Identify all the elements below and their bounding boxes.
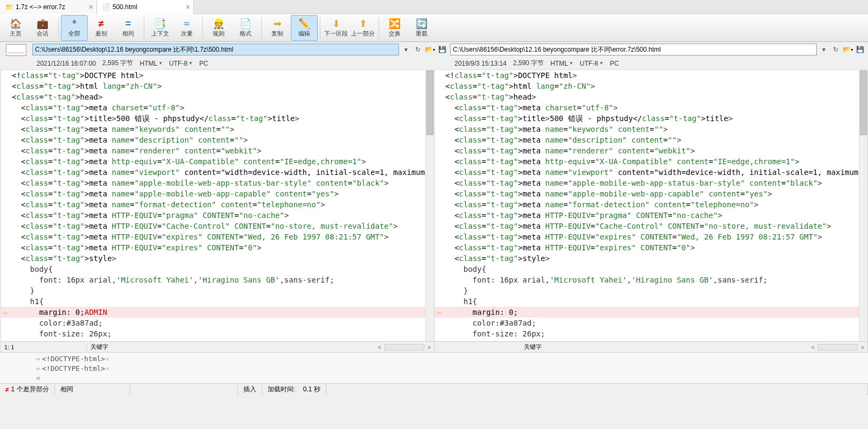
code-line[interactable]: <class="t-tag">meta HTTP-EQUIV="expires"… bbox=[435, 242, 867, 253]
history-icon[interactable]: ↻ bbox=[831, 45, 841, 54]
scroll-right-icon[interactable]: > bbox=[859, 344, 866, 350]
code-line[interactable]: <class="t-tag">meta name="renderer" cont… bbox=[1, 145, 434, 156]
code-line[interactable]: <!class="t-tag">DOCTYPE html> bbox=[435, 70, 867, 81]
code-line[interactable]: <class="t-tag">meta name="description" c… bbox=[1, 135, 434, 145]
code-line[interactable]: body{ bbox=[1, 264, 434, 275]
save-icon[interactable]: 💾 bbox=[855, 45, 865, 54]
vertical-scrollbar[interactable] bbox=[859, 70, 867, 341]
context-button[interactable]: 📑上下文 bbox=[146, 15, 173, 41]
code-line[interactable]: font-size: 26px; bbox=[435, 328, 867, 339]
code-line[interactable]: <class="t-tag">html lang="zh-CN"> bbox=[1, 81, 434, 92]
scroll-right-icon[interactable]: > bbox=[425, 344, 433, 350]
scroll-left-icon[interactable]: < bbox=[34, 374, 42, 382]
browse-folder-button[interactable]: 📂▾ bbox=[843, 46, 853, 53]
code-line[interactable]: color:#3a87ad; bbox=[1, 318, 434, 328]
code-line[interactable]: <class="t-tag">meta HTTP-EQUIV="pragma" … bbox=[1, 210, 434, 221]
code-line[interactable]: <class="t-tag">meta name="description" c… bbox=[435, 135, 867, 145]
code-line[interactable]: <class="t-tag">style> bbox=[1, 253, 434, 264]
history-icon[interactable]: ↻ bbox=[413, 45, 423, 54]
encoding-dropdown[interactable]: UTF-8▼ bbox=[169, 60, 193, 67]
code-line[interactable]: <class="t-tag">meta name="apple-mobile-w… bbox=[435, 188, 867, 199]
all-button[interactable]: *全部 bbox=[61, 15, 88, 41]
horizontal-scrollbar[interactable]: < > bbox=[375, 344, 434, 350]
code-line[interactable]: font: 16px arial,'Microsoft Yahei','Hira… bbox=[1, 275, 434, 285]
code-line[interactable]: <class="t-tag">meta name="keywords" cont… bbox=[435, 124, 867, 135]
thumbnail[interactable] bbox=[6, 44, 26, 56]
tab-file[interactable]: 📄 500.html × bbox=[97, 0, 194, 14]
code-line[interactable]: <class="t-tag">title>500 错误 - phpstudy</… bbox=[1, 113, 434, 124]
code-line[interactable]: <class="t-tag">meta name="apple-mobile-w… bbox=[435, 178, 867, 188]
code-line[interactable]: <class="t-tag">meta name="viewport" cont… bbox=[1, 167, 434, 178]
code-line[interactable]: <class="t-tag">meta HTTP-EQUIV="expires"… bbox=[1, 231, 434, 242]
session-button[interactable]: 💼会话 bbox=[29, 15, 56, 41]
close-icon[interactable]: × bbox=[89, 3, 93, 11]
file-icon: 📄 bbox=[102, 3, 110, 11]
encoding-dropdown[interactable]: UTF-8▼ bbox=[580, 60, 604, 67]
code-line[interactable]: <class="t-tag">meta HTTP-EQUIV="expires"… bbox=[435, 231, 867, 242]
merge-line-left[interactable]: ⇨<!DOCTYPE·html>¤ bbox=[34, 354, 866, 363]
diff-button[interactable]: ≠差别 bbox=[88, 15, 115, 41]
code-line[interactable]: <class="t-tag">html lang="zh-CN"> bbox=[435, 81, 867, 92]
code-line[interactable]: <class="t-tag">meta name="renderer" cont… bbox=[435, 145, 867, 156]
code-line[interactable]: <class="t-tag">style> bbox=[435, 253, 867, 264]
edit-button[interactable]: ✏️编辑 bbox=[291, 15, 318, 41]
code-line[interactable]: <class="t-tag">meta HTTP-EQUIV="Cache-Co… bbox=[435, 221, 867, 231]
code-line[interactable]: <!class="t-tag">DOCTYPE html> bbox=[1, 70, 434, 81]
rules-button[interactable]: 👷规则 bbox=[205, 15, 232, 41]
code-line[interactable]: <class="t-tag">meta name="format-detecti… bbox=[435, 199, 867, 210]
scroll-left-icon[interactable]: < bbox=[376, 344, 383, 350]
code-line[interactable]: <class="t-tag">meta name="viewport" cont… bbox=[435, 167, 867, 178]
same-button[interactable]: =相同 bbox=[115, 15, 142, 41]
code-line[interactable]: <class="t-tag">meta http-equiv="X-UA-Com… bbox=[435, 156, 867, 167]
minor-button[interactable]: ≈次要 bbox=[173, 15, 200, 41]
code-line[interactable]: <class="t-tag">meta name="keywords" cont… bbox=[1, 124, 434, 135]
code-line-diff[interactable]: margin: 0;ADMIN bbox=[1, 307, 434, 318]
code-line[interactable]: <class="t-tag">head> bbox=[1, 92, 434, 102]
code-line[interactable]: } bbox=[435, 285, 867, 296]
code-line[interactable]: h1{ bbox=[435, 296, 867, 307]
code-line[interactable]: h1{ bbox=[1, 296, 434, 307]
code-line[interactable]: } bbox=[1, 285, 434, 296]
code-line[interactable]: <class="t-tag">meta http-equiv="X-UA-Com… bbox=[1, 156, 434, 167]
code-line[interactable]: body{ bbox=[435, 264, 867, 275]
code-line[interactable]: } bbox=[1, 339, 434, 341]
home-button[interactable]: 🏠主页 bbox=[2, 15, 29, 41]
code-line[interactable]: <class="t-tag">meta name="apple-mobile-w… bbox=[1, 178, 434, 188]
code-line[interactable]: <class="t-tag">meta HTTP-EQUIV="expires"… bbox=[1, 242, 434, 253]
vertical-scrollbar[interactable] bbox=[425, 70, 434, 341]
code-line[interactable]: <class="t-tag">title>500 错误 - phpstudy</… bbox=[435, 113, 867, 124]
chevron-down-icon[interactable]: ▾ bbox=[819, 45, 829, 54]
merge-line-right[interactable]: ⇦<!DOCTYPE·html>¤ bbox=[34, 363, 866, 373]
code-line[interactable]: <class="t-tag">head> bbox=[435, 92, 867, 102]
file-type-dropdown[interactable]: HTML▼ bbox=[550, 60, 573, 67]
copy-button[interactable]: ➡复制 bbox=[264, 15, 291, 41]
prev-section-button[interactable]: ⬆上一部分 bbox=[349, 15, 376, 41]
chevron-down-icon[interactable]: ▾ bbox=[401, 45, 411, 54]
code-line[interactable]: <class="t-tag">meta name="format-detecti… bbox=[1, 199, 434, 210]
code-line[interactable]: <class="t-tag">meta charset="utf-8"> bbox=[435, 102, 867, 113]
browse-folder-button[interactable]: 📂▾ bbox=[425, 46, 435, 53]
code-line[interactable]: <class="t-tag">meta charset="utf-8"> bbox=[1, 102, 434, 113]
next-section-button[interactable]: ⬇下一区段 bbox=[323, 15, 349, 41]
code-line[interactable]: <class="t-tag">meta name="apple-mobile-w… bbox=[1, 188, 434, 199]
scroll-left-icon[interactable]: < bbox=[809, 344, 817, 350]
tab-session[interactable]: 📁 1.7z <--> error.7z × bbox=[0, 0, 97, 14]
reload-button[interactable]: 🔄重载 bbox=[408, 15, 435, 41]
file-type-dropdown[interactable]: HTML▼ bbox=[139, 60, 163, 67]
code-line-diff[interactable]: margin: 0; bbox=[435, 307, 867, 318]
left-path-input[interactable] bbox=[32, 44, 399, 55]
left-code[interactable]: <!class="t-tag">DOCTYPE html><class="t-t… bbox=[1, 70, 434, 341]
code-line[interactable]: <class="t-tag">meta HTTP-EQUIV="Cache-Co… bbox=[1, 221, 434, 231]
code-line[interactable]: font: 16px arial,'Microsoft Yahei','Hira… bbox=[435, 275, 867, 285]
code-line[interactable]: <class="t-tag">meta HTTP-EQUIV="pragma" … bbox=[435, 210, 867, 221]
save-icon[interactable]: 💾 bbox=[437, 45, 447, 54]
swap-button[interactable]: 🔀交换 bbox=[381, 15, 408, 41]
code-line[interactable]: } bbox=[435, 339, 867, 341]
close-icon[interactable]: × bbox=[186, 3, 190, 11]
code-line[interactable]: color:#3a87ad; bbox=[435, 318, 867, 328]
right-path-input[interactable] bbox=[450, 44, 817, 55]
format-button[interactable]: 📄格式 bbox=[232, 15, 259, 41]
horizontal-scrollbar[interactable]: < > bbox=[808, 344, 867, 350]
right-code[interactable]: <!class="t-tag">DOCTYPE html><class="t-t… bbox=[435, 70, 867, 341]
code-line[interactable]: font-size: 26px; bbox=[1, 328, 434, 339]
